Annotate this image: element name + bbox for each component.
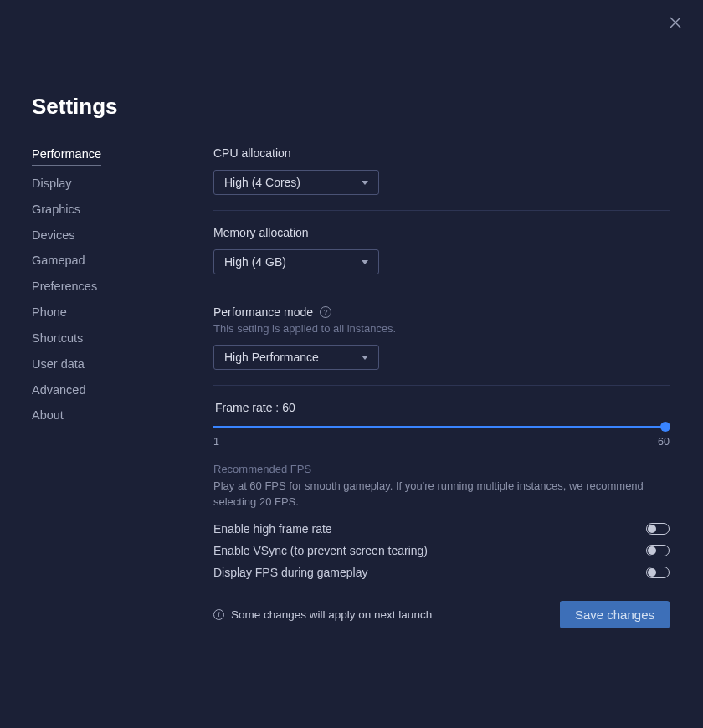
- sidebar-item-shortcuts[interactable]: Shortcuts: [32, 331, 83, 346]
- display-fps-label: Display FPS during gameplay: [213, 566, 367, 579]
- performance-mode-select[interactable]: High Performance: [213, 345, 379, 370]
- chevron-down-icon: [362, 356, 368, 360]
- info-icon: i: [213, 609, 224, 620]
- page-title: Settings: [32, 94, 670, 120]
- sidebar-item-advanced[interactable]: Advanced: [32, 382, 86, 398]
- memory-allocation-select[interactable]: High (4 GB): [213, 249, 379, 274]
- sidebar-item-about[interactable]: About: [32, 408, 64, 423]
- frame-rate-slider[interactable]: [213, 421, 670, 433]
- sidebar-item-user-data[interactable]: User data: [32, 356, 85, 372]
- memory-allocation-label: Memory allocation: [213, 226, 670, 239]
- recommended-fps-title: Recommended FPS: [213, 463, 670, 475]
- save-changes-button[interactable]: Save changes: [560, 601, 670, 628]
- sidebar-item-performance[interactable]: Performance: [32, 146, 101, 166]
- frame-rate-label: Frame rate : 60: [213, 401, 670, 414]
- high-frame-rate-label: Enable high frame rate: [213, 522, 332, 536]
- high-frame-rate-toggle[interactable]: [646, 523, 670, 535]
- cpu-allocation-select[interactable]: High (4 Cores): [213, 170, 379, 195]
- slider-thumb[interactable]: [660, 422, 670, 432]
- sidebar-item-phone[interactable]: Phone: [32, 305, 67, 320]
- performance-mode-label: Performance mode ?: [213, 305, 670, 319]
- chevron-down-icon: [362, 260, 368, 264]
- sidebar-item-gamepad[interactable]: Gamepad: [32, 253, 85, 269]
- sidebar-item-devices[interactable]: Devices: [32, 228, 75, 244]
- slider-track: [213, 426, 670, 428]
- cpu-allocation-value: High (4 Cores): [224, 176, 300, 189]
- chevron-down-icon: [362, 181, 368, 185]
- sidebar: Performance Display Graphics Devices Gam…: [32, 146, 213, 703]
- close-icon: [670, 17, 681, 28]
- performance-mode-value: High Performance: [224, 351, 319, 364]
- info-message: i Some changes will apply on next launch: [213, 608, 432, 621]
- toggle-knob: [648, 546, 656, 555]
- vsync-label: Enable VSync (to prevent screen tearing): [213, 544, 428, 557]
- sidebar-item-graphics[interactable]: Graphics: [32, 202, 80, 218]
- slider-max: 60: [658, 436, 670, 448]
- sidebar-item-display[interactable]: Display: [32, 176, 72, 192]
- cpu-allocation-label: CPU allocation: [213, 146, 670, 160]
- main-panel: CPU allocation High (4 Cores) Memory all…: [213, 146, 670, 703]
- performance-mode-hint: This setting is applied to all instances…: [213, 322, 670, 335]
- help-icon[interactable]: ?: [320, 306, 331, 318]
- recommended-fps-text: Play at 60 FPS for smooth gameplay. If y…: [213, 479, 670, 510]
- close-button[interactable]: [670, 17, 681, 28]
- sidebar-item-preferences[interactable]: Preferences: [32, 279, 97, 295]
- vsync-toggle[interactable]: [646, 545, 670, 556]
- toggle-knob: [648, 568, 656, 577]
- slider-min: 1: [213, 436, 219, 448]
- display-fps-toggle[interactable]: [646, 567, 670, 578]
- toggle-knob: [648, 525, 656, 533]
- memory-allocation-value: High (4 GB): [224, 255, 286, 269]
